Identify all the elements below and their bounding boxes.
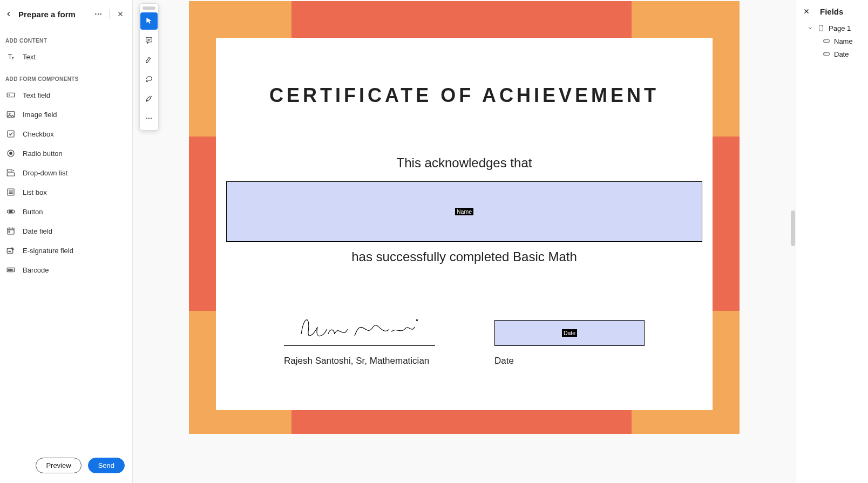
svg-point-7 xyxy=(9,113,10,114)
preview-button[interactable]: Preview xyxy=(36,458,81,473)
document-outer: CERTIFICATE OF ACHIEVEMENT This acknowle… xyxy=(189,1,740,434)
lasso-icon xyxy=(145,75,153,84)
more-options-button[interactable] xyxy=(91,6,106,22)
scrollbar-thumb[interactable] xyxy=(791,210,795,246)
comment-tool[interactable] xyxy=(140,32,158,49)
decor xyxy=(632,1,740,14)
tree-page-row[interactable]: Page 1 xyxy=(801,22,864,35)
close-icon xyxy=(803,8,810,15)
canvas-scroll[interactable]: CERTIFICATE OF ACHIEVEMENT This acknowle… xyxy=(133,0,796,483)
item-label: E-signature field xyxy=(23,247,73,255)
item-label: Drop-down list xyxy=(23,169,67,177)
tree-field-date[interactable]: Date xyxy=(801,47,864,60)
signature-row: Rajesh Santoshi, Sr, Mathematician Date … xyxy=(216,264,713,366)
chevron-down-icon xyxy=(807,25,813,31)
signer-block: Rajesh Santoshi, Sr, Mathematician xyxy=(284,311,435,366)
svg-point-1 xyxy=(98,13,99,15)
date-caption: Date xyxy=(494,346,645,366)
toolbar-grip[interactable] xyxy=(143,6,155,10)
left-panel-header-actions xyxy=(91,6,128,22)
checkbox-icon xyxy=(5,128,16,139)
svg-rect-12 xyxy=(7,173,15,176)
decor xyxy=(291,421,632,434)
add-image-field-item[interactable]: Image field xyxy=(0,105,132,124)
svg-rect-41 xyxy=(824,53,830,56)
decor xyxy=(291,14,632,38)
item-label: Radio button xyxy=(23,149,63,158)
svg-point-35 xyxy=(148,118,150,119)
svg-point-10 xyxy=(10,152,12,155)
sign-tool[interactable] xyxy=(140,90,158,107)
left-panel: Prepare a form ADD CONTENT Text ADD FORM… xyxy=(0,0,133,483)
page-icon xyxy=(817,24,825,32)
item-label: List box xyxy=(23,188,47,196)
back-button[interactable] xyxy=(2,8,15,21)
text-field-icon xyxy=(822,50,831,58)
svg-rect-11 xyxy=(7,169,12,172)
decor-frame: CERTIFICATE OF ACHIEVEMENT This acknowle… xyxy=(189,14,740,421)
field-tag: Date xyxy=(562,329,577,337)
svg-point-2 xyxy=(100,13,101,15)
document-background: CERTIFICATE OF ACHIEVEMENT This acknowle… xyxy=(133,0,796,445)
svg-point-34 xyxy=(146,118,147,119)
tree-field-name[interactable]: Name xyxy=(801,35,864,47)
send-button[interactable]: Send xyxy=(88,458,125,473)
item-label: Text xyxy=(23,53,36,61)
certificate-completed: has successfully completed Basic Math xyxy=(216,242,713,264)
listbox-icon xyxy=(5,187,16,198)
more-horizontal-icon xyxy=(145,114,153,123)
draw-tool[interactable] xyxy=(140,71,158,88)
document-canvas: CERTIFICATE OF ACHIEVEMENT This acknowle… xyxy=(133,0,796,483)
add-text-item[interactable]: Text xyxy=(0,47,132,66)
item-label: Checkbox xyxy=(23,130,54,138)
floating-toolbar[interactable] xyxy=(139,3,159,131)
highlight-tool[interactable] xyxy=(140,51,158,69)
date-field-icon xyxy=(5,226,16,236)
add-barcode-item[interactable]: Barcode xyxy=(0,260,132,280)
decor xyxy=(713,137,740,311)
svg-point-0 xyxy=(95,13,96,15)
item-label: Date field xyxy=(23,227,52,235)
add-listbox-item[interactable]: List box xyxy=(0,182,132,202)
section-add-form: ADD FORM COMPONENTS xyxy=(0,66,132,85)
svg-point-36 xyxy=(151,118,152,119)
svg-point-37 xyxy=(416,319,417,321)
svg-rect-23 xyxy=(9,231,10,232)
comment-icon xyxy=(145,36,153,45)
add-esign-item[interactable]: E-signature field xyxy=(0,241,132,260)
signature-graphic xyxy=(284,311,430,343)
fields-panel: Fields Page 1 Name Date xyxy=(796,0,868,483)
button-icon: OK xyxy=(5,206,16,217)
fields-panel-header: Fields xyxy=(801,5,864,22)
add-radio-item[interactable]: Radio button xyxy=(0,144,132,163)
dropdown-icon xyxy=(5,167,16,178)
signer-caption: Rajesh Santoshi, Sr, Mathematician xyxy=(284,346,435,366)
add-dropdown-item[interactable]: Drop-down list xyxy=(0,163,132,182)
item-label: Text field xyxy=(23,91,50,99)
name-form-field[interactable]: Name xyxy=(226,181,702,242)
svg-point-33 xyxy=(146,100,147,101)
item-label: Image field xyxy=(23,111,57,119)
fields-panel-title: Fields xyxy=(820,7,843,16)
svg-rect-40 xyxy=(824,40,830,43)
close-icon xyxy=(117,10,124,18)
chevron-left-icon xyxy=(5,10,12,18)
more-horizontal-icon xyxy=(94,10,103,18)
pen-icon xyxy=(145,94,153,103)
decor xyxy=(291,1,632,14)
barcode-icon xyxy=(5,264,16,275)
add-date-field-item[interactable]: Date field xyxy=(0,221,132,241)
close-fields-panel-button[interactable] xyxy=(801,5,812,17)
document-page[interactable]: CERTIFICATE OF ACHIEVEMENT This acknowle… xyxy=(216,38,713,410)
more-tools[interactable] xyxy=(140,110,158,127)
add-button-item[interactable]: OK Button xyxy=(0,202,132,221)
close-panel-button[interactable] xyxy=(113,6,128,22)
select-tool[interactable] xyxy=(140,12,158,30)
add-checkbox-item[interactable]: Checkbox xyxy=(0,124,132,144)
svg-rect-5 xyxy=(7,93,15,97)
tree-label: Date xyxy=(834,50,849,58)
radio-icon xyxy=(5,148,16,159)
svg-text:OK: OK xyxy=(9,210,13,213)
add-text-field-item[interactable]: Text field xyxy=(0,85,132,105)
date-form-field[interactable]: Date xyxy=(494,320,645,346)
